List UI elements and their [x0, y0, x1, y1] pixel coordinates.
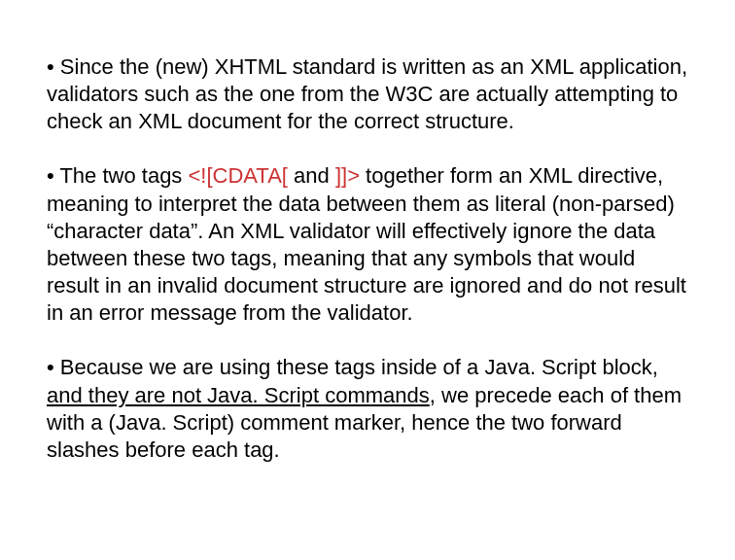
paragraph-3: • Because we are using these tags inside… [47, 354, 688, 464]
para3-t1: • Because we are using these tags inside… [47, 355, 658, 379]
para2-t1: • The two tags [47, 163, 188, 188]
para1-text: • Since the (new) XHTML standard is writ… [47, 54, 687, 133]
paragraph-2: • The two tags <![CDATA[ and ]]> togethe… [47, 162, 688, 327]
para3-underline: and they are not Java. Script commands [47, 383, 430, 407]
cdata-open-tag: <![CDATA[ [188, 163, 287, 188]
cdata-close-tag: ]]> [335, 163, 360, 188]
paragraph-1: • Since the (new) XHTML standard is writ… [47, 53, 688, 135]
slide-content: • Since the (new) XHTML standard is writ… [0, 0, 735, 530]
para2-t2: and [288, 163, 335, 188]
